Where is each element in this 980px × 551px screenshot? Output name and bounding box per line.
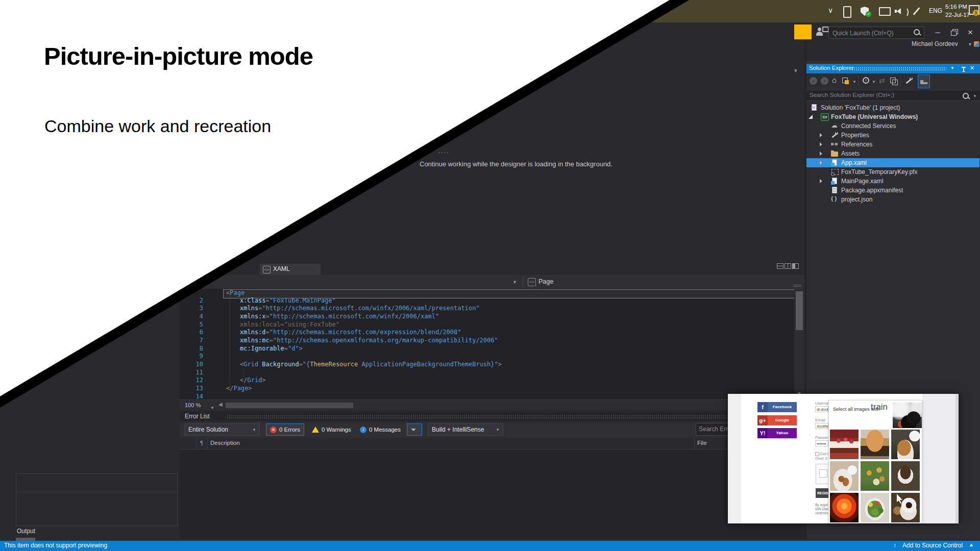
collapse-dropdown-icon[interactable]: ▼ xyxy=(852,80,856,84)
feedback-icon[interactable] xyxy=(818,28,821,31)
quick-launch-input[interactable]: Quick Launch (Ctrl+Q) xyxy=(828,27,924,39)
pending-changes-filter-icon[interactable] xyxy=(863,77,869,84)
captcha-tile-dessert-cup[interactable] xyxy=(861,430,889,459)
editor-windows-dropdown-icon[interactable]: ▼ xyxy=(793,68,798,73)
severity-column-icon[interactable]: ¶ xyxy=(200,440,203,446)
split-vertical-button[interactable] xyxy=(785,263,791,269)
code-line[interactable]: mc:Ignorable="d"> xyxy=(240,345,303,353)
source-control-expand-icon[interactable]: ▲ xyxy=(969,542,974,547)
recaptcha-checkbox[interactable] xyxy=(819,469,827,478)
tree-item-connected-services[interactable]: ☁Connected Services xyxy=(806,121,979,131)
google-login-button[interactable]: g+ Google xyxy=(757,415,797,425)
tree-item-app-xaml[interactable]: App.xaml xyxy=(806,158,979,167)
tab-xaml[interactable]: <> XAML xyxy=(260,264,321,275)
errors-toggle-button[interactable]: ✕ 0 Errors xyxy=(266,423,304,436)
tray-chevron-icon[interactable]: ∨ xyxy=(828,6,833,14)
warnings-toggle-button[interactable]: 0 Warnings xyxy=(308,423,355,436)
tree-item-references[interactable]: References xyxy=(806,140,979,149)
password-field[interactable]: ••••••• xyxy=(815,440,828,446)
expand-icon[interactable] xyxy=(820,133,822,137)
code-line[interactable]: x:Class="FoxTube.MainPage" xyxy=(240,297,336,305)
hscroll-thumb[interactable] xyxy=(226,403,353,408)
expand-icon[interactable] xyxy=(820,161,822,165)
code-line[interactable]: xmlns:mc="http://schemas.openxmlformats.… xyxy=(240,337,498,344)
split-horizontal-button[interactable] xyxy=(777,263,783,269)
collapse-icon[interactable] xyxy=(808,115,813,119)
swap-panes-button[interactable] xyxy=(792,263,799,269)
captcha-tile-strawberry-cake[interactable] xyxy=(830,430,859,459)
close-panel-icon[interactable]: ✕ xyxy=(970,65,974,71)
code-line[interactable]: </Grid> xyxy=(240,377,266,384)
column-description[interactable]: Description xyxy=(210,440,240,446)
breadcrumb-dropdown-icon[interactable]: ▼ xyxy=(512,280,517,285)
tree-item-foxtube-temporarykey-pfx[interactable]: FoxTube_TemporaryKey.pfx xyxy=(806,167,979,177)
error-list-title[interactable]: Error List xyxy=(185,413,210,420)
user-avatar[interactable] xyxy=(974,41,979,47)
captcha-tile-vegetable-salad[interactable] xyxy=(861,493,889,522)
expand-icon[interactable] xyxy=(820,152,822,156)
filter-button[interactable] xyxy=(407,423,422,436)
zoom-level-dropdown[interactable]: 100 % ▼ xyxy=(182,402,218,409)
hscroll-left-icon[interactable]: ◀ xyxy=(218,402,223,407)
register-button[interactable]: REGIS xyxy=(816,488,830,498)
code-line[interactable]: <Grid Background="{ThemeResource Applica… xyxy=(240,361,502,368)
pen-input-icon[interactable] xyxy=(913,7,920,15)
code-line[interactable]: xmlns="http://schemas.microsoft.com/winf… xyxy=(240,305,480,312)
code-line[interactable]: xmlns:local="using:FoxTube" xyxy=(240,321,339,329)
captcha-tile-burger-and-coffee[interactable] xyxy=(891,430,920,459)
output-window-label[interactable]: Output xyxy=(17,528,35,535)
sync-icon[interactable]: ⇄ xyxy=(879,77,885,85)
tree-item-foxtube-universal-windows-[interactable]: C#FoxTube (Universal Windows) xyxy=(806,112,979,121)
tree-item-project-json[interactable]: { }project.json xyxy=(806,195,979,204)
captcha-tile-coffee-beans[interactable] xyxy=(891,461,920,491)
recaptcha-widget[interactable] xyxy=(816,464,830,484)
tree-item-solution-foxtube-1-project-[interactable]: ∞Solution 'FoxTube' (1 project) xyxy=(806,103,979,112)
picture-in-picture-window[interactable]: f Facebook g+ Google Y! Yahoo Userna dr.… xyxy=(728,394,959,523)
code-line[interactable]: <Page xyxy=(226,289,244,297)
minimize-button[interactable]: ─ xyxy=(930,27,945,39)
captcha-tile-glowing-fruit-bowl[interactable] xyxy=(830,493,859,522)
error-list-search-input[interactable]: Search Err xyxy=(696,423,729,436)
tree-item-properties[interactable]: Properties xyxy=(806,131,979,140)
build-filter-dropdown[interactable]: Build + IntelliSense ▼ xyxy=(428,423,503,436)
facebook-login-button[interactable]: f Facebook xyxy=(757,402,797,412)
usb-device-icon[interactable] xyxy=(843,6,851,18)
add-to-source-control-button[interactable]: Add to Source Control xyxy=(902,542,963,549)
show-all-files-toggle[interactable] xyxy=(918,74,930,88)
language-indicator[interactable]: ENG xyxy=(929,7,942,14)
column-file[interactable]: File xyxy=(697,440,707,446)
back-button[interactable]: ‹ xyxy=(810,77,817,85)
editor-split-grip[interactable] xyxy=(790,284,804,288)
tree-item-assets[interactable]: Assets xyxy=(806,149,979,158)
newsletter-checkbox[interactable] xyxy=(815,452,819,456)
scope-filter-dropdown[interactable]: Entire Solution ▼ xyxy=(184,423,260,436)
filter-dropdown-icon[interactable]: ▼ xyxy=(872,80,876,84)
yahoo-login-button[interactable]: Y! Yahoo xyxy=(757,428,797,438)
forward-button[interactable]: › xyxy=(821,77,828,85)
solution-explorer-titlebar[interactable]: Solution Explorer ▼ ✕ xyxy=(806,64,980,73)
search-options-dropdown-icon[interactable]: ▼ xyxy=(973,94,977,98)
window-position-dropdown-icon[interactable]: ▼ xyxy=(950,66,954,70)
email-field[interactable]: doolitle xyxy=(815,423,828,429)
breadcrumb-element[interactable]: Page xyxy=(538,278,553,285)
user-dropdown-icon[interactable]: ▼ xyxy=(968,42,972,47)
tree-item-mainpage-xaml[interactable]: MainPage.xaml xyxy=(806,177,979,186)
username-field[interactable]: dr.dooli xyxy=(815,406,828,412)
code-line[interactable]: xmlns:d="http://schemas.microsoft.com/ex… xyxy=(240,329,461,336)
captcha-tile-walnut-salad[interactable] xyxy=(861,461,889,491)
close-button[interactable]: ✕ xyxy=(963,27,978,39)
restore-button[interactable] xyxy=(946,27,962,39)
captcha-tile-coffee-cup-cookie[interactable] xyxy=(891,493,920,522)
home-icon[interactable]: ⌂ xyxy=(832,76,837,84)
captcha-tile-breakfast-plate[interactable] xyxy=(830,461,859,491)
code-line[interactable]: xmlns:x="http://schemas.microsoft.com/wi… xyxy=(240,313,439,320)
solution-explorer-search-input[interactable]: Search Solution Explorer (Ctrl+;) ▼ xyxy=(806,90,980,101)
messages-toggle-button[interactable]: i 0 Messages xyxy=(356,423,404,436)
expand-icon[interactable] xyxy=(820,142,822,146)
search-icon[interactable] xyxy=(912,27,924,38)
expand-icon[interactable] xyxy=(820,179,822,183)
signed-in-user[interactable]: Michael Gordeev xyxy=(912,40,958,47)
notifications-flag-button[interactable] xyxy=(794,24,812,39)
scrollbar-thumb[interactable] xyxy=(796,291,803,330)
tree-item-package-appxmanifest[interactable]: Package.appxmanifest xyxy=(806,186,979,195)
